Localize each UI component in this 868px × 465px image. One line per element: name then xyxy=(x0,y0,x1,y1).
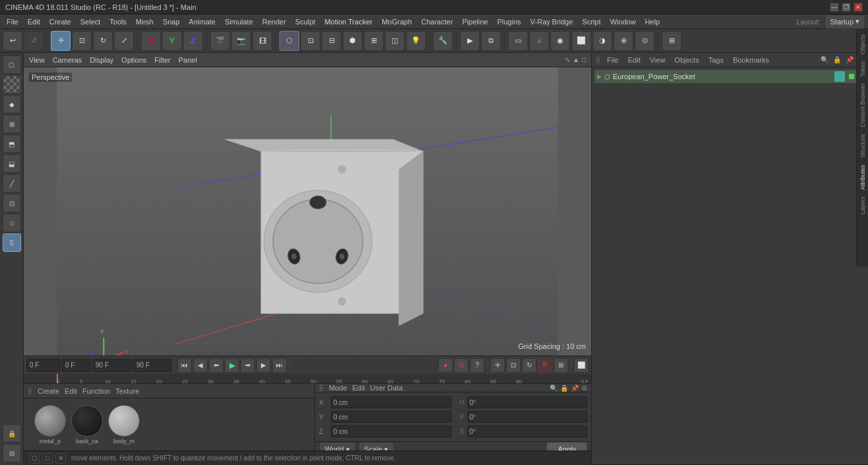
timeline-settings-button[interactable]: ⊞ xyxy=(554,358,568,373)
material-item-metal[interactable]: metal_p xyxy=(34,405,66,445)
menu-animate[interactable]: Animate xyxy=(185,16,219,27)
attr-tab-userdata[interactable]: User Data xyxy=(370,384,403,392)
rp-tab-bookmarks[interactable]: Bookmarks xyxy=(729,55,773,65)
mat-tab-texture[interactable]: Texture xyxy=(115,387,139,395)
side-tab-takes[interactable]: Takes xyxy=(858,59,867,80)
side-tab-structure[interactable]: Structure xyxy=(858,131,867,161)
texture-mode-button[interactable]: ◫ xyxy=(385,31,405,51)
edge-mode-button[interactable]: ⊟ xyxy=(322,31,341,51)
workplane-button[interactable]: 💡 xyxy=(406,31,426,51)
start-frame-field[interactable]: 0 F xyxy=(62,359,91,372)
scale-key-button[interactable]: ⊡ xyxy=(506,358,521,373)
rp-tab-tags[interactable]: Tags xyxy=(705,55,728,65)
x-pos-field[interactable]: 0 cm xyxy=(331,396,451,408)
move-key-button[interactable]: ✛ xyxy=(490,358,505,373)
viewport-icon-maximize[interactable]: □ xyxy=(582,56,586,63)
h-rot-field[interactable]: 0° xyxy=(467,396,588,408)
point-mode-button[interactable]: ⊡ xyxy=(301,31,320,51)
snap-button[interactable]: 🔧 xyxy=(433,31,453,51)
render-view-button[interactable]: ▶ xyxy=(460,31,480,51)
viewport-icon-up[interactable]: ▲ xyxy=(573,56,579,63)
loop-key-button[interactable]: ↻ xyxy=(522,358,536,373)
checker-button[interactable] xyxy=(3,75,21,94)
lock-button[interactable]: 🔒 xyxy=(3,424,21,443)
viewport-camera-button[interactable]: 📷 xyxy=(231,31,251,51)
maximize-button[interactable]: ❐ xyxy=(842,3,851,12)
viewport-record-button[interactable]: 🎬 xyxy=(210,31,230,51)
camera-btn[interactable]: ⬜ xyxy=(571,31,591,51)
viewport-menu-display[interactable]: Display xyxy=(90,56,113,64)
y-axis-button[interactable]: Y xyxy=(162,31,182,51)
b-rot-field[interactable]: 0° xyxy=(467,425,588,437)
timeline-view-button[interactable]: ⬜ xyxy=(574,358,589,373)
material-item-body[interactable]: body_m xyxy=(108,405,140,445)
menu-file[interactable]: File xyxy=(3,16,22,27)
next-key-button[interactable]: ➡ xyxy=(241,358,255,373)
timeline-ruler[interactable]: 0 5 10 15 20 25 30 35 40 45 50 55 60 65 … xyxy=(24,374,591,383)
viewport-menu-filter[interactable]: Filter xyxy=(154,56,170,64)
rp-tab-objects[interactable]: Objects xyxy=(670,55,703,65)
viewport-menu-options[interactable]: Options xyxy=(121,56,146,64)
attr-tab-mode[interactable]: Mode xyxy=(329,384,347,392)
magnet-button[interactable]: ⊙ xyxy=(3,214,21,232)
layout-dropdown[interactable]: Startup ▾ xyxy=(825,15,865,29)
viewport-menu-cameras[interactable]: Cameras xyxy=(53,56,82,64)
diamond-button[interactable]: ◆ xyxy=(3,95,21,113)
polygon-mode-button[interactable]: ⬢ xyxy=(343,31,362,51)
menu-pipeline[interactable]: Pipeline xyxy=(458,16,492,27)
prev-frame-button[interactable]: ◀ xyxy=(193,358,208,373)
attr-search-icon[interactable]: 🔍 xyxy=(550,385,558,392)
menu-create[interactable]: Create xyxy=(45,16,75,27)
uvw-mode-button[interactable]: ⊞ xyxy=(364,31,384,51)
undo-button[interactable]: ↩ xyxy=(3,31,22,51)
next-frame-button[interactable]: ▶ xyxy=(256,358,271,373)
y-pos-field[interactable]: 0 cm xyxy=(331,411,451,423)
menu-simulate[interactable]: Simulate xyxy=(221,16,257,27)
object-list-item[interactable]: ▶ ⬡ European_Power_Socket xyxy=(594,70,865,83)
rotate-tool-button[interactable]: ↻ xyxy=(93,31,113,51)
viewport-icon-expand[interactable]: ⤡ xyxy=(565,56,570,63)
display-button[interactable]: ⊟ xyxy=(3,444,21,462)
viewport-3d[interactable]: X Y Z xyxy=(24,67,591,356)
play-button[interactable]: ▶ xyxy=(225,358,239,373)
menu-help[interactable]: Help xyxy=(641,16,664,27)
viewport-render-button[interactable]: 🎞 xyxy=(252,31,272,51)
side-tab-attributes[interactable]: Attributes xyxy=(858,162,867,193)
loop-cut-button[interactable]: ⊡ xyxy=(3,194,21,212)
menu-mesh[interactable]: Mesh xyxy=(132,16,158,27)
z-pos-field[interactable]: 0 cm xyxy=(331,425,451,437)
redo-button[interactable]: ↺ xyxy=(24,31,43,51)
prev-key-button[interactable]: ⬅ xyxy=(209,358,223,373)
menu-sculpt[interactable]: Sculpt xyxy=(291,16,320,27)
rp-lock-icon[interactable]: 🔒 xyxy=(833,56,841,63)
close-button[interactable]: ✕ xyxy=(854,3,863,12)
menu-edit[interactable]: Edit xyxy=(24,16,44,27)
viewport-menu-view[interactable]: View xyxy=(29,56,45,64)
light-button[interactable]: ◉ xyxy=(550,31,570,51)
status-icon-2[interactable]: □ xyxy=(42,453,53,464)
active-tool-button[interactable]: S xyxy=(3,233,21,252)
extra-button[interactable]: ⊕ xyxy=(614,31,633,51)
bridge-button[interactable]: ⬓ xyxy=(3,154,21,173)
menu-snap[interactable]: Snap xyxy=(159,16,184,27)
record-all-button[interactable]: ⊙ xyxy=(454,358,469,373)
menu-tools[interactable]: Tools xyxy=(105,16,130,27)
last-frame-button[interactable]: ⏭ xyxy=(272,358,287,373)
attr-lock-icon[interactable]: 🔒 xyxy=(560,385,568,392)
menu-window[interactable]: Window xyxy=(606,16,639,27)
knife-button[interactable]: ╱ xyxy=(3,174,21,193)
menu-select[interactable]: Select xyxy=(76,16,105,27)
viewport-menu-panel[interactable]: Panel xyxy=(179,56,197,64)
mat-tab-edit[interactable]: Edit xyxy=(65,387,77,395)
rp-search-icon[interactable]: 🔍 xyxy=(821,56,828,63)
material-item-back[interactable]: back_ca xyxy=(71,405,103,445)
p-rot-field[interactable]: 0° xyxy=(467,411,588,423)
menu-motion-tracker[interactable]: Motion Tracker xyxy=(320,16,376,27)
side-tab-layers[interactable]: Layers xyxy=(858,194,867,217)
menu-render[interactable]: Render xyxy=(258,16,290,27)
points-button[interactable]: ⬡ xyxy=(3,55,21,74)
attr-tab-edit[interactable]: Edit xyxy=(353,384,365,392)
light2-button[interactable]: ⊙ xyxy=(635,31,654,51)
side-tab-content-browser[interactable]: Content Browser xyxy=(858,80,867,130)
mat-tab-create[interactable]: Create xyxy=(38,387,59,395)
